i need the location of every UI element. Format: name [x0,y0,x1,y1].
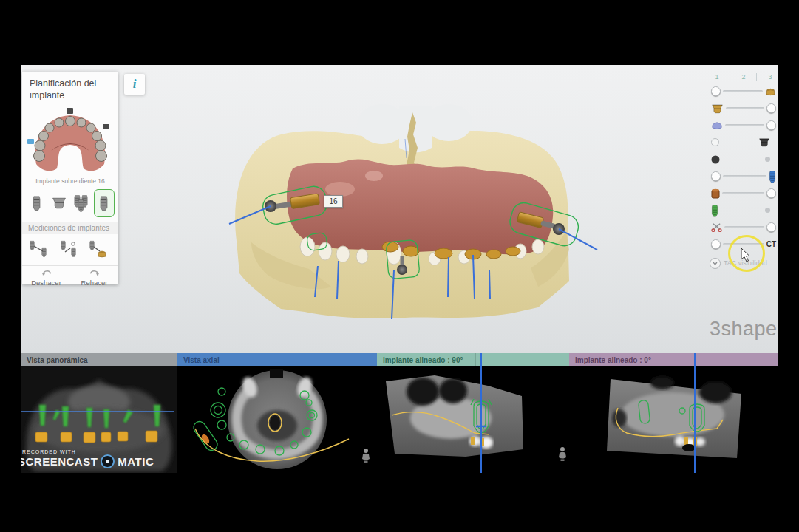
sphere-dot[interactable] [765,157,770,162]
application-window: 16 Planificación del implante [0,0,799,532]
implant-angle-button[interactable] [58,239,80,259]
scissors-icon[interactable] [711,222,722,232]
undo-button[interactable]: Deshacer [22,266,70,290]
toolbar-tabs: 1 2 3 [710,71,778,83]
undo-label: Deshacer [31,279,61,287]
dark-notch-top [650,376,674,389]
redo-icon [88,269,101,277]
gingiva-opacity-knob[interactable] [766,120,776,130]
implant-aligned-90-panel[interactable]: Implante alineado : 90° [377,353,569,473]
aligned-0-header[interactable]: Implante alineado : 0° [569,353,778,366]
implant-single-button[interactable] [26,189,47,217]
crown-visibility-row [710,83,778,100]
abutment-opacity-track[interactable] [726,107,764,109]
center-pin-ball [397,265,407,275]
watermark-line1: RECORDED WITH [22,449,154,454]
aligned-90-body[interactable] [377,366,569,473]
abutment-button[interactable] [49,189,69,217]
tab-3[interactable]: 3 [768,73,772,81]
undo-redo-bar: Deshacer Rehacer [22,265,118,290]
ct-label: CT [766,240,776,248]
implant-crown-icon [89,240,108,258]
cut-plane-track[interactable] [724,226,764,228]
redo-button[interactable]: Rehacer [70,266,118,290]
axial-header[interactable]: Vista axial [177,353,377,366]
ct-opacity-knob[interactable] [711,239,721,249]
ct-views-row: Vista panorámica [21,353,778,473]
tab-2[interactable]: 2 [741,73,745,81]
panoramic-view-panel[interactable]: Vista panorámica [21,353,177,473]
pano-bright-mid [34,408,164,452]
mouse-cursor [741,248,751,262]
panoramic-body[interactable]: RECORDED WITH SCREENCAST MATIC [21,366,177,473]
aligned-90-title: Implante alineado : 90° [383,356,463,364]
gold-abutment-icon[interactable] [711,103,724,114]
axial-top-notch [270,369,283,378]
gingiva-icon[interactable] [711,121,723,130]
gingiva-highlight [325,182,355,197]
crown-opacity-track[interactable] [723,90,763,92]
bone-notch-right [425,104,472,141]
blue-implant-knob[interactable] [711,171,721,181]
implant-group-icon [74,194,89,212]
panel-title: Planificación del implante [22,72,118,105]
implant-crown-distance-button[interactable] [87,239,109,259]
blue-implant-track[interactable] [723,175,766,177]
aligned-0-body[interactable] [569,366,778,473]
cross-section-0 [569,366,778,473]
dark-abutment-radio[interactable] [711,138,719,146]
watermark-matic: MATIC [118,455,154,468]
crosshair-line-90[interactable] [480,353,482,473]
abutment-icon [51,197,67,209]
info-button[interactable]: i [124,74,145,95]
green-implant-dot[interactable] [765,208,770,213]
cut-plane-row [710,219,778,236]
axial-view-panel[interactable]: Vista axial [177,353,377,473]
dark-abutment-row [710,134,778,151]
cut-plane-knob[interactable] [766,222,776,232]
gingiva-opacity-track[interactable] [725,124,764,126]
dark-left-0 [612,409,627,427]
implant-group-button[interactable] [71,189,92,217]
implant-distance-button[interactable] [28,239,50,259]
orientation-figure-icon[interactable] [362,449,370,463]
scan-marker-blue [27,139,34,144]
green-implant-icon[interactable] [711,204,718,217]
dark-abutment-icon[interactable] [758,137,770,147]
arch-thumbnail [22,105,118,176]
sinus-0 [699,381,732,403]
implant-aligned-0-panel[interactable]: Implante alineado : 0° [569,353,778,473]
panoramic-header[interactable]: Vista panorámica [21,353,177,366]
copper-opacity-knob[interactable] [766,188,776,198]
orientation-figure-icon[interactable] [559,447,566,461]
screencast-watermark: RECORDED WITH SCREENCAST MATIC [21,449,154,468]
screencast-o-matic-icon [101,454,115,468]
tab-1[interactable]: 1 [715,73,718,81]
sphere-row [710,151,778,168]
aligned-90-header[interactable]: Implante alineado : 90° [377,353,569,366]
tooth-16-label: 16 [324,195,343,208]
copper-opacity-track[interactable] [722,192,764,194]
copper-cylinder-row [710,185,778,202]
maxilla-3d-scene[interactable] [21,65,778,353]
crown-icon[interactable] [765,87,776,96]
implant-angle-icon [59,240,78,258]
abutment-opacity-knob[interactable] [766,103,776,113]
gingiva-visibility-row [710,117,778,134]
blue-implant-icon[interactable] [769,170,776,183]
implant-tool-row [22,188,118,222]
sinus-right [439,378,467,403]
main-3d-viewport[interactable]: 16 Planificación del implante [21,65,778,353]
axial-body[interactable] [177,366,377,473]
app-content: 16 Planificación del implante [21,65,778,473]
crown-opacity-knob[interactable] [711,86,721,96]
copper-cylinder-icon[interactable] [711,188,720,199]
implant-selected-button[interactable] [94,189,115,217]
3shape-logo: 3shape [710,318,778,341]
dark-sphere-icon[interactable] [711,155,720,164]
abutment-visibility-row [710,100,778,117]
axial-ct-slice [177,366,377,473]
chevron-down-icon [710,258,721,269]
crosshair-line-0[interactable] [694,353,696,473]
redo-label: Rehacer [81,279,108,287]
